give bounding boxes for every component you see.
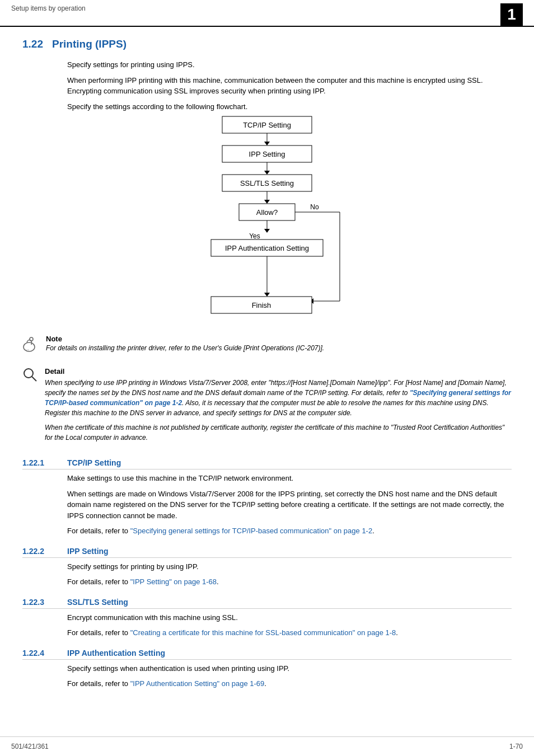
section-1221-body: Make settings to use this machine in the… <box>22 473 512 537</box>
section-1224-title: IPP Authentication Setting <box>67 649 165 658</box>
detail-box: Detail When specifying to use IPP printi… <box>22 367 512 447</box>
note-icon: ... <box>22 335 40 356</box>
section-122-para2: When performing IPP printing with this m… <box>67 75 512 97</box>
svg-marker-11 <box>264 200 270 204</box>
section-1222-link-para: For details, refer to "IPP Setting" on p… <box>67 576 512 588</box>
section-1224: 1.22.4 IPP Authentication Setting Specif… <box>22 649 512 689</box>
svg-line-32 <box>32 377 36 381</box>
breadcrumb: Setup items by operation <box>11 4 86 15</box>
note-title: Note <box>46 335 324 343</box>
section-1223-number: 1.22.3 <box>22 598 67 607</box>
section-1223-title: SSL/TLS Setting <box>67 598 128 607</box>
section-1221-para2: When settings are made on Windows Vista/… <box>67 489 512 522</box>
section-1221-number: 1.22.1 <box>22 458 67 467</box>
svg-text:IPP Setting: IPP Setting <box>249 150 285 158</box>
section-1222-para1: Specify settings for printing by using I… <box>67 561 512 572</box>
main-content: 1.22 Printing (IPPS) Specify settings fo… <box>0 27 534 716</box>
section-1223: 1.22.3 SSL/TLS Setting Encrypt communica… <box>22 598 512 638</box>
section-1222: 1.22.2 IPP Setting Specify settings for … <box>22 547 512 588</box>
svg-text:Yes: Yes <box>249 232 260 240</box>
section-1221-link-para: For details, refer to "Specifying genera… <box>67 525 512 537</box>
detail-para2: When the certificate of this machine is … <box>45 422 512 443</box>
section-1223-body: Encrypt communication with this machine … <box>22 612 512 638</box>
section-1222-body: Specify settings for printing by using I… <box>22 561 512 588</box>
svg-text:Finish: Finish <box>252 301 271 309</box>
svg-marker-25 <box>264 293 270 297</box>
page-container: Setup items by operation 1 1.22 Printing… <box>0 0 534 756</box>
section-122: 1.22 Printing (IPPS) Specify settings fo… <box>22 38 512 112</box>
section-1222-number: 1.22.2 <box>22 547 67 556</box>
section-1222-link[interactable]: "IPP Setting" on page 1-68 <box>130 577 217 586</box>
svg-text:...: ... <box>25 345 29 351</box>
section-122-title: Printing (IPPS) <box>52 38 127 50</box>
note-box: ... Note For details on installing the p… <box>22 335 512 356</box>
svg-point-31 <box>24 369 33 378</box>
section-122-para1: Specify settings for printing using IPPS… <box>67 59 512 71</box>
svg-text:SSL/TLS Setting: SSL/TLS Setting <box>240 179 294 187</box>
svg-text:Allow?: Allow? <box>256 208 278 217</box>
footer: 501/421/361 1-70 <box>0 736 534 756</box>
svg-marker-15 <box>264 229 270 233</box>
note-text: For details on installing the printer dr… <box>46 344 324 352</box>
top-bar: Setup items by operation 1 <box>0 0 534 27</box>
section-1221-title: TCP/IP Setting <box>67 458 121 467</box>
pencil-icon: ... <box>22 335 40 353</box>
section-1223-link-para: For details, refer to "Creating a certif… <box>67 627 512 638</box>
section-1224-link-para: For details, refer to "IPP Authenticatio… <box>67 678 512 689</box>
page-number-badge: 1 <box>500 3 523 26</box>
note-content: Note For details on installing the print… <box>46 335 324 352</box>
section-1221-para1: Make settings to use this machine in the… <box>67 473 512 484</box>
footer-left: 501/421/361 <box>11 743 49 750</box>
section-1224-para1: Specify settings when authentication is … <box>67 663 512 674</box>
flowchart-svg-container: TCP/IP Setting IPP Setting SSL/TLS Setti… <box>22 111 512 323</box>
section-1221: 1.22.1 TCP/IP Setting Make settings to u… <box>22 458 512 537</box>
svg-marker-7 <box>264 171 270 175</box>
detail-content: Detail When specifying to use IPP printi… <box>45 367 512 447</box>
detail-para1: When specifying to use IPP printing in W… <box>45 378 512 418</box>
section-122-number: 1.22 <box>22 38 43 50</box>
magnifier-icon <box>22 367 39 386</box>
section-1221-link[interactable]: "Specifying general settings for TCP/IP-… <box>130 527 372 535</box>
section-1223-link[interactable]: "Creating a certificate for this machine… <box>130 628 396 637</box>
svg-text:TCP/IP Setting: TCP/IP Setting <box>243 121 291 129</box>
footer-right: 1-70 <box>509 743 523 750</box>
detail-title: Detail <box>45 367 512 375</box>
section-1224-body: Specify settings when authentication is … <box>22 663 512 689</box>
section-1224-link[interactable]: "IPP Authentication Setting" on page 1-6… <box>130 679 265 688</box>
svg-text:IPP Authentication Setting: IPP Authentication Setting <box>225 244 309 252</box>
flowchart-svg: TCP/IP Setting IPP Setting SSL/TLS Setti… <box>172 111 362 323</box>
svg-point-29 <box>30 337 33 341</box>
svg-text:No: No <box>310 203 319 211</box>
section-1222-title: IPP Setting <box>67 547 109 556</box>
section-1223-para1: Encrypt communication with this machine … <box>67 612 512 623</box>
section-1224-number: 1.22.4 <box>22 649 67 658</box>
svg-marker-3 <box>264 142 270 145</box>
